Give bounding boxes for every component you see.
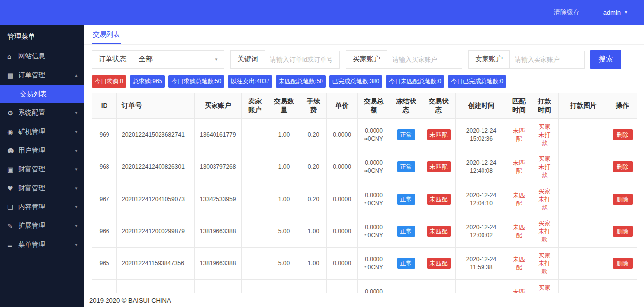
buyer-input[interactable]: [387, 51, 462, 69]
cell-buyer: 13819663388: [195, 248, 242, 280]
cell-action: 删除: [608, 151, 637, 183]
cell-created: 2020-12-24 12:04:10: [456, 183, 507, 215]
buyer-label: 买家账户: [346, 50, 387, 69]
cell-status: 未匹配: [422, 215, 456, 248]
sidebar-item-system-config[interactable]: ⚙系统配置▼: [0, 103, 84, 122]
clear-cache-link[interactable]: 清除缓存: [554, 8, 580, 17]
cell-match-text: 未匹配: [512, 191, 526, 207]
cell-pay-text: 买家未打款: [538, 219, 551, 244]
chevron-up-icon: ▲: [74, 73, 78, 78]
user-menu[interactable]: admin ▼: [603, 9, 628, 16]
chevron-down-icon: ▼: [74, 224, 78, 228]
cell-pay_image: [559, 248, 608, 280]
sidebar-title: 管理菜单: [0, 25, 84, 47]
sidebar-item-user-management[interactable]: ☻用户管理▼: [0, 141, 84, 160]
delete-button[interactable]: 删除: [613, 226, 633, 237]
column-header: 打款时间: [531, 93, 559, 119]
stat-badge: 今日求购总笔数:50: [168, 75, 224, 88]
sidebar-item-extension-management[interactable]: ✎扩展管理▼: [0, 216, 84, 235]
column-header: 买家账户: [195, 93, 242, 119]
home-icon: ⌂: [7, 53, 18, 60]
delete-button[interactable]: 删除: [613, 129, 633, 140]
trade-status-badge: 未匹配: [427, 258, 451, 269]
tab-transaction-list[interactable]: 交易列表: [92, 25, 121, 44]
menu-icon: ≡: [7, 241, 18, 249]
cell-fee: 0.20: [300, 151, 327, 183]
cell-action: 删除: [608, 119, 637, 151]
cell-pay-text: 买家未打款: [538, 123, 551, 147]
cell-seller: [242, 248, 268, 280]
cell-quantity: 5.00: [268, 215, 300, 248]
table-row: 0.0000 ≈0CNY2020-12-24未匹配买家未打款: [92, 280, 637, 293]
stat-badge: 以往卖出:4037: [228, 75, 272, 88]
cell-action: 删除: [608, 183, 637, 215]
sidebar-item-label: 交易列表: [20, 90, 78, 99]
keyword-input[interactable]: [265, 51, 340, 69]
freeze-status-badge: 正常: [397, 194, 415, 205]
cell-fee: 0.20: [300, 183, 327, 215]
chevron-down-icon: ▼: [74, 111, 78, 115]
seller-input[interactable]: [509, 51, 585, 69]
freeze-status-badge: 正常: [397, 129, 415, 140]
topbar: 清除缓存 admin ▼: [0, 0, 644, 25]
cell-total: 0.0000 ≈0CNY: [358, 151, 390, 183]
cell-total: 0.0000 ≈0CNY: [358, 280, 390, 293]
cell-pay: 买家未打款: [531, 151, 559, 183]
stat-badge: 今日未匹配总笔数:0: [386, 75, 444, 88]
cell-match: 未匹配: [507, 151, 531, 183]
delete-button[interactable]: 删除: [613, 258, 633, 269]
cell-quantity: 1.00: [268, 151, 300, 183]
cell-freeze: 正常: [390, 119, 422, 151]
cell-pay: 买家未打款: [531, 183, 559, 215]
heart-icon: ♥: [7, 185, 18, 192]
cell-total: 0.0000 ≈0CNY: [358, 248, 390, 280]
delete-button[interactable]: 删除: [613, 194, 633, 205]
table-row: 9662020122412000299879138196633885.001.0…: [92, 215, 637, 248]
cell-match: 未匹配: [507, 119, 531, 151]
cell-quantity: 1.00: [268, 183, 300, 215]
column-header: 冻结状态: [390, 93, 422, 119]
transactions-table-scroll[interactable]: ID订单号买家账户卖家账户交易数量手续费单价交易总额冻结状态交易状态创建时间匹配…: [92, 93, 637, 293]
cell-status: 未匹配: [422, 119, 456, 151]
cell-status: 未匹配: [422, 151, 456, 183]
sidebar-item-wealth-management-1[interactable]: ▣财富管理▼: [0, 160, 84, 179]
sidebar-item-miner-management[interactable]: ◉矿机管理▼: [0, 122, 84, 141]
cell-fee: 1.00: [300, 215, 327, 248]
cell-fee: [300, 280, 327, 293]
cell-status: 未匹配: [422, 183, 456, 215]
sidebar-item-label: 菜单管理: [18, 240, 74, 249]
sidebar-item-content-management[interactable]: ❏内容管理▼: [0, 198, 84, 216]
sidebar-item-menu-management[interactable]: ≡菜单管理▼: [0, 235, 84, 254]
cell-pay_image: [559, 119, 608, 151]
cell-match: 未匹配: [507, 280, 531, 293]
column-header: 创建时间: [456, 93, 507, 119]
table-row: 9682020122412400826301130037972681.000.2…: [92, 151, 637, 183]
cell-price: 0.0000: [327, 119, 358, 151]
cell-pay: 买家未打款: [531, 280, 559, 293]
keyword-filter: 关键词: [230, 50, 340, 69]
stat-badge: 今日已完成总笔数:0: [448, 75, 506, 88]
chevron-down-icon: ▼: [74, 205, 78, 209]
document-icon: ❏: [7, 204, 18, 211]
cell-order_no: 2020122415023682741: [117, 119, 195, 151]
sidebar-item-site-info[interactable]: ⌂网站信息: [0, 47, 84, 66]
transactions-table: ID订单号买家账户卖家账户交易数量手续费单价交易总额冻结状态交易状态创建时间匹配…: [92, 93, 637, 293]
order-status-select[interactable]: 全部 ▼: [133, 50, 224, 69]
stat-badge: 未匹配总笔数:50: [276, 75, 326, 88]
sidebar-item-transaction-list[interactable]: 交易列表: [0, 85, 84, 103]
sidebar-item-label: 财富管理: [18, 184, 74, 193]
delete-button[interactable]: 删除: [613, 161, 633, 172]
cell-order_no: 2020122412000299879: [117, 215, 195, 248]
table-header: ID订单号买家账户卖家账户交易数量手续费单价交易总额冻结状态交易状态创建时间匹配…: [92, 93, 637, 119]
cell-quantity: 1.00: [268, 119, 300, 151]
column-header: 手续费: [300, 93, 327, 119]
chevron-down-icon: ▼: [74, 167, 78, 172]
freeze-status-badge: 正常: [397, 161, 415, 172]
sidebar-item-label: 系统配置: [18, 108, 74, 117]
cell-order_no: 2020122412400826301: [117, 151, 195, 183]
sidebar-item-order-management[interactable]: ▤订单管理▲: [0, 66, 84, 85]
search-button[interactable]: 搜索: [590, 50, 621, 69]
gears-icon: ⚙: [7, 109, 18, 117]
sidebar-item-wealth-management-2[interactable]: ♥财富管理▼: [0, 179, 84, 198]
sidebar-item-label: 内容管理: [18, 203, 74, 211]
